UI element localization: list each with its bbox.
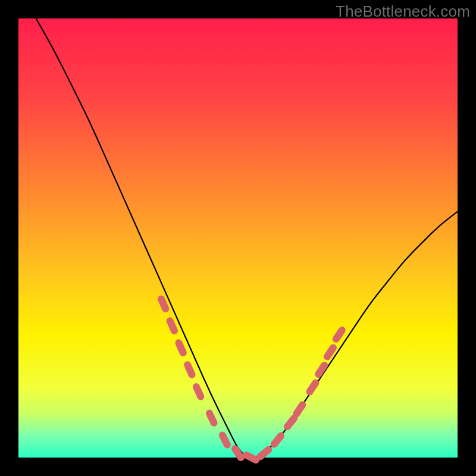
highlight-dot xyxy=(296,405,302,414)
highlight-dot xyxy=(318,365,324,374)
watermark-text: TheBottleneck.com xyxy=(336,2,470,21)
highlight-dot xyxy=(246,455,256,460)
highlight-dot xyxy=(327,347,333,356)
highlight-dot xyxy=(196,387,201,396)
chart-frame: TheBottleneck.com xyxy=(0,0,476,476)
highlight-dot xyxy=(235,449,241,458)
highlight-dot xyxy=(187,365,192,374)
highlight-dot xyxy=(309,383,315,392)
plot-background xyxy=(18,18,458,458)
bottleneck-chart xyxy=(0,0,476,476)
highlight-dot xyxy=(336,330,342,339)
highlight-dot xyxy=(170,321,174,330)
highlight-dot xyxy=(223,435,227,444)
highlight-dot xyxy=(209,413,214,422)
highlight-dot xyxy=(178,343,183,352)
highlight-dot xyxy=(161,299,165,308)
